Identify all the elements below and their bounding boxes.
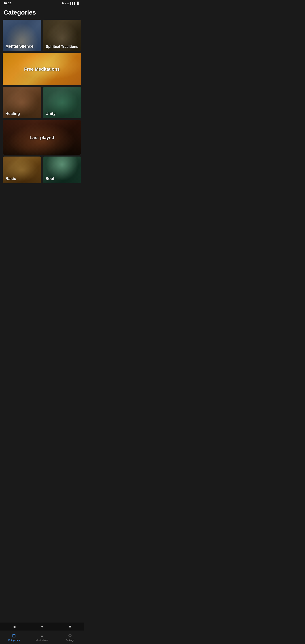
healing-label: Healing xyxy=(3,109,41,118)
page-title: Categories xyxy=(4,9,80,16)
soul-label: Soul xyxy=(43,174,82,183)
record-icon: ⏺ xyxy=(62,2,64,5)
category-card-free-meditations[interactable]: Free Meditations xyxy=(3,53,81,85)
unity-label: Unity xyxy=(43,109,82,118)
row-basic-soul: Basic Soul xyxy=(3,156,81,183)
category-card-basic[interactable]: Basic xyxy=(3,156,41,183)
last-played-label: Last played xyxy=(30,135,54,140)
free-meditations-label: Free Meditations xyxy=(24,66,60,72)
signal-icon: ▌▌▌ xyxy=(70,2,76,4)
category-card-soul[interactable]: Soul xyxy=(43,156,82,183)
row-mental-spiritual: Mental Silence Spiritual Traditions xyxy=(3,20,81,51)
wifi-icon: ▾▲ xyxy=(65,2,70,5)
row-last-played: Last played xyxy=(3,120,81,155)
mental-silence-label: Mental Silence xyxy=(3,42,41,51)
category-card-unity[interactable]: Unity xyxy=(43,87,82,118)
categories-grid: Mental Silence Spiritual Traditions Free… xyxy=(0,20,84,183)
page-header: Categories xyxy=(0,6,84,20)
main-content: Mental Silence Spiritual Traditions Free… xyxy=(0,20,84,206)
row-healing-unity: Healing Unity xyxy=(3,87,81,118)
spiritual-traditions-label: Spiritual Traditions xyxy=(43,42,82,51)
category-card-last-played[interactable]: Last played xyxy=(3,120,81,155)
category-card-spiritual-traditions[interactable]: Spiritual Traditions xyxy=(43,20,82,51)
basic-label: Basic xyxy=(3,174,41,183)
status-bar: 10:52 ⏺ ▾▲ ▌▌▌ ▐▌ xyxy=(0,0,84,6)
status-time: 10:52 xyxy=(4,2,11,5)
category-card-mental-silence[interactable]: Mental Silence xyxy=(3,20,41,51)
category-card-healing[interactable]: Healing xyxy=(3,87,41,118)
battery-icon: ▐▌ xyxy=(76,2,80,5)
status-icons: ⏺ ▾▲ ▌▌▌ ▐▌ xyxy=(62,2,80,5)
row-free-meditations: Free Meditations xyxy=(3,53,81,85)
